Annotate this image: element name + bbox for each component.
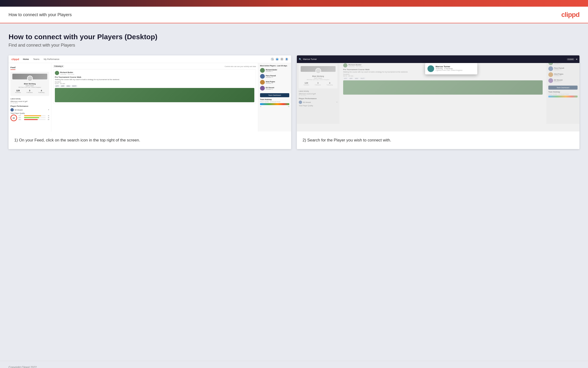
player-avatar-eli [260, 86, 265, 91]
app-right-panel-2: Most Active Players - Last 30 days Richa… [546, 55, 579, 124]
tpq-circle: 84 [10, 115, 17, 121]
activity-user: Richard Butler Yesterday · The Grove [55, 71, 254, 75]
hero-subtitle: Find and connect with your Players [9, 43, 579, 48]
app-center-feed: Following ▾ Control who can see your act… [51, 63, 258, 131]
search-result-avatar [428, 65, 434, 72]
app-body-1: Feed Blair McHarg Golf Coach Mill Ride G… [9, 63, 291, 131]
activity-image [55, 88, 254, 102]
activity-user-avatar [55, 71, 59, 75]
nav-my-performance: My Performance [43, 57, 60, 61]
app-screenshot-2: 🔍 Marcus Turner CLEAR ✕ Feed Blai [297, 55, 579, 131]
profile-avatar [27, 76, 33, 81]
player-info-richard: Richard Butler Activities: 7 [266, 69, 289, 72]
heatmap-bar [260, 103, 289, 105]
search-input-text: Marcus Turner [303, 58, 565, 60]
player-list-item: Richard Butler Activities: 7 [260, 68, 289, 73]
control-link[interactable]: Control who can see your activity and da… [225, 66, 256, 67]
activity-user-info: Richard Butler Yesterday · The Grove [60, 71, 254, 75]
profile-card: Blair McHarg Golf Coach Mill Ride Golf C… [10, 72, 49, 96]
player-avatar-hiral [260, 80, 265, 85]
search-clear-button[interactable]: CLEAR [567, 58, 574, 60]
pp-player-avatar [10, 108, 14, 111]
search-icon-nav: 🔍 [271, 57, 274, 61]
search-results-dropdown: Marcus Turner Yesterday · 5 Handicap Cyp… [425, 63, 477, 74]
panel-1: clippd Home Teams My Performance 🔍 👥 ⚙ 👤 [9, 55, 291, 149]
tag-arg: ARG [66, 85, 71, 87]
team-heatmap-title: Team Heatmap [260, 99, 289, 100]
stat-following: 4 Following [38, 89, 44, 93]
clippd-logo: clippd [562, 11, 579, 18]
profile-banner [12, 74, 47, 79]
app-logo-1: clippd [11, 58, 19, 61]
hero-title: How to connect with your Players (Deskto… [9, 33, 579, 41]
nav-teams: Teams [32, 57, 40, 61]
top-bar [0, 0, 588, 7]
page-header: How to connect with your Players clippd [0, 7, 588, 23]
copyright-text: Copyright Clippd 2022 [9, 366, 37, 368]
caption-text-2: 2) Search for the Player you wish to con… [303, 137, 574, 143]
activity-user-name: Richard Butler [60, 71, 254, 74]
tpq-bar-app: APP 70 [18, 117, 49, 118]
search-bar: 🔍 Marcus Turner CLEAR ✕ [297, 55, 579, 63]
feed-tab: Feed [10, 66, 16, 70]
profile-role: Golf Coach [12, 85, 47, 87]
player-avatar-piers [260, 74, 265, 79]
player-performance-section: Player Performance Eli Vincent ▾ Total P… [10, 105, 49, 121]
tpq-label: Total Player Quality [10, 112, 49, 114]
app-nav-1: clippd Home Teams My Performance 🔍 👥 ⚙ 👤 [9, 55, 291, 63]
settings-icon-nav: ⚙ [280, 57, 284, 61]
player-avatar-richard [260, 68, 265, 73]
panel-1-caption: 1) On your Feed, click on the search ico… [9, 131, 291, 149]
search-result-marcus[interactable]: Marcus Turner Yesterday · 5 Handicap Cyp… [427, 64, 476, 73]
activity-tags: OTT APP ARG PUTT [55, 85, 254, 87]
main-content: How to connect with your Players (Deskto… [0, 23, 588, 361]
search-result-info: Marcus Turner Yesterday · 5 Handicap Cyp… [436, 65, 475, 71]
caption-text-1: 1) On your Feed, click on the search ico… [14, 137, 285, 143]
activity-card: Richard Butler Yesterday · The Grove Pre… [53, 69, 256, 104]
latest-activity-section: Latest Activity Afternoon round of golf … [10, 98, 49, 104]
heatmap-subtitle: Player Quality · 20 Round Trend [260, 101, 289, 102]
player-list-item-4: Eli Vincent Activities: 1 [260, 86, 289, 91]
avatar-icon-nav: 👤 [285, 57, 288, 61]
app-screenshot-1: clippd Home Teams My Performance 🔍 👥 ⚙ 👤 [9, 55, 291, 131]
profile-name: Blair McHarg [12, 83, 47, 85]
app-left-sidebar-2: Feed Blair McHarg Golf Coach Mill Ride G… [297, 55, 340, 124]
tpq-score: 84 OTT 79 APP [10, 115, 49, 121]
search-icon: 🔍 [299, 58, 302, 61]
panel-2: 🔍 Marcus Turner CLEAR ✕ Feed Blai [297, 55, 579, 149]
tpq-bar-ott: OTT 79 [18, 115, 49, 117]
activity-user-meta: Yesterday · The Grove [60, 74, 254, 75]
player-list-item-2: Piers Parnell Activities: 4 [260, 74, 289, 79]
player-info-hiral: Hiral Pujara Activities: 3 [266, 81, 289, 84]
pp-player-name: Eli Vincent [15, 109, 47, 111]
following-header: Following ▾ Control who can see your act… [53, 65, 256, 68]
tag-app: APP [60, 85, 65, 87]
search-result-meta: Yesterday · 5 Handicap [436, 68, 475, 69]
tag-putt: PUTT [71, 85, 77, 87]
tag-ott: OTT [55, 85, 60, 87]
team-dashboard-button[interactable]: Team Dashboard [260, 93, 289, 97]
page-title: How to connect with your Players [9, 12, 72, 17]
activity-duration: Duration02 hr : 00 min [55, 81, 254, 84]
tpq-bars: OTT 79 APP 70 [18, 115, 49, 121]
app-left-sidebar-1: Feed Blair McHarg Golf Coach Mill Ride G… [9, 63, 51, 131]
following-button[interactable]: Following ▾ [53, 65, 64, 68]
profile-club: Mill Ride Golf Club, United Kingdom [12, 87, 47, 88]
activity-desc: Walking the course with my coach to buil… [55, 79, 254, 80]
player-info-piers: Piers Parnell Activities: 4 [266, 75, 289, 78]
tpq-bar-arg: ARG 64 [18, 119, 49, 120]
nav-home: Home [22, 57, 30, 61]
stat-followers: 3 Followers [26, 89, 33, 93]
pp-chevron-icon: ▾ [48, 109, 49, 111]
app-right-panel-1: Most Active Players - Last 30 days Richa… [258, 63, 291, 131]
profile-stats: 129 Activities 3 Followers 4 Following [12, 89, 47, 93]
player-list-item-3: Hiral Pujara Activities: 3 [260, 80, 289, 85]
activity-title: Pre Tournament Course Walk [55, 76, 254, 78]
people-icon-nav: 👥 [275, 57, 279, 61]
app-nav-items-1: Home Teams My Performance [22, 57, 268, 61]
panels-container: clippd Home Teams My Performance 🔍 👥 ⚙ 👤 [9, 55, 579, 149]
stat-activities: 129 Activities [15, 89, 21, 93]
pp-player-row: Eli Vincent ▾ [10, 108, 49, 111]
search-close-button[interactable]: ✕ [576, 58, 578, 61]
most-active-title: Most Active Players - Last 30 days [260, 65, 289, 66]
